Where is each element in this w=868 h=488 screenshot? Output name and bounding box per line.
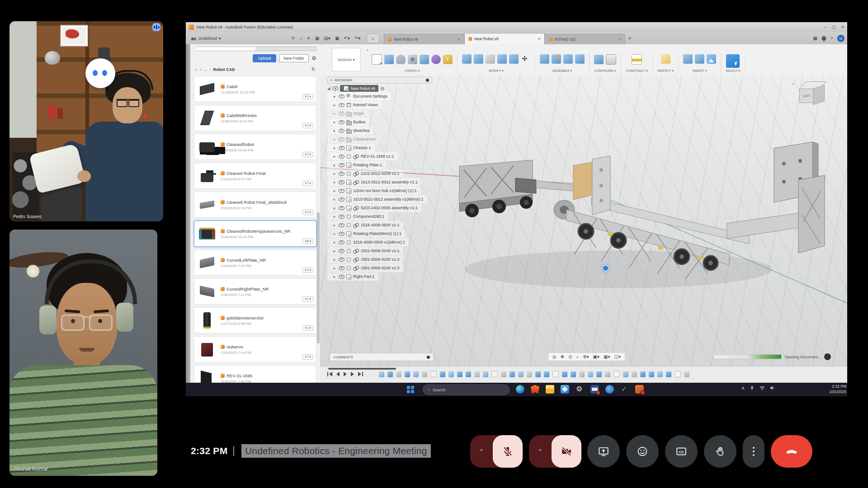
go-to-start-button[interactable]	[327, 372, 332, 376]
visibility-eye-icon[interactable]	[339, 146, 344, 150]
visibility-eye-icon[interactable]	[339, 163, 344, 167]
file-card[interactable]: redservo 1/26/2025 7:14 PM V1 ▾	[194, 336, 316, 362]
document-tab[interactable]: New Robot v9 ✕	[464, 33, 545, 44]
data-panel-tab[interactable]	[255, 47, 316, 51]
scrollbar[interactable]	[317, 212, 320, 343]
expand-arrow-icon[interactable]: ▸	[334, 112, 337, 116]
visibility-eye-icon[interactable]	[332, 86, 338, 90]
create-sketch-icon[interactable]	[372, 54, 382, 65]
timeline-feature-icon[interactable]	[457, 371, 462, 377]
raise-hand-button[interactable]	[704, 435, 736, 468]
browser-header[interactable]: « BROWSER	[327, 77, 432, 84]
file-card[interactable]: Cleaned Robot Final 2/13/2025 6:07 PM V7…	[194, 163, 316, 189]
grid-view-icon[interactable]: ▦	[315, 36, 319, 41]
timeline-feature-icon[interactable]	[544, 371, 549, 377]
expand-arrow-icon[interactable]: ▸	[334, 94, 337, 99]
timeline-feature-icon[interactable]	[396, 371, 401, 377]
timeline-feature-icon[interactable]	[684, 371, 689, 377]
timeline-feature-icon[interactable]	[632, 371, 637, 377]
redo-icon[interactable]: ↷▾	[354, 36, 360, 41]
browser-tree-item[interactable]: ▸ Bodies	[327, 118, 369, 126]
browser-tree-item[interactable]: ▸ Document Settings	[327, 92, 391, 100]
select-icon[interactable]	[726, 54, 740, 68]
taskbar-app-icon[interactable]	[516, 385, 524, 394]
file-card[interactable]: Cleaned Robot Final_slideblock 2/16/2025…	[194, 192, 316, 218]
expand-arrow-icon[interactable]: ▸	[334, 180, 337, 184]
revolve-icon[interactable]	[396, 55, 406, 64]
rigid-group-icon[interactable]	[563, 54, 573, 64]
version-dropdown[interactable]: V1 ▾	[302, 152, 313, 157]
visibility-eye-icon[interactable]	[339, 112, 344, 116]
tray-chevron-icon[interactable]: ∧	[741, 385, 745, 390]
ribbon-group-label[interactable]: SELECT ▾	[726, 69, 741, 74]
file-card[interactable]: gobildamotorwcolor 1/27/2025 6:56 PM V1 …	[194, 307, 316, 333]
tray-mic-icon[interactable]	[750, 385, 755, 390]
timeline-feature-icon[interactable]	[571, 371, 576, 377]
captions-button[interactable]: CC	[665, 435, 698, 468]
browser-tree-item[interactable]: ▸ Chassis 1	[327, 144, 375, 152]
undo-icon[interactable]: ↶▾	[344, 36, 349, 41]
file-card[interactable]: Calell 11/18/2024 10:22 PM V1 ▾	[194, 76, 316, 102]
expand-arrow-icon[interactable]: ▸	[334, 232, 337, 236]
taskbar-app-icon[interactable]	[531, 385, 539, 394]
timeline-feature-icon[interactable]	[562, 371, 567, 377]
visibility-eye-icon[interactable]	[339, 155, 344, 159]
browser-tree-item[interactable]: ▸ 1501-0006-0240 v1:3	[327, 264, 403, 272]
timeline-feature-icon[interactable]	[474, 371, 480, 377]
taskbar-app-icon[interactable]	[561, 385, 569, 394]
browser-tree-item[interactable]: ▸ Sketches	[327, 127, 373, 135]
ribbon-group-label[interactable]: MODIFY ▾	[489, 69, 504, 74]
browser-toggle-icon[interactable]	[426, 79, 429, 82]
view-cube[interactable]: ⌂ LEFT	[799, 81, 826, 108]
expand-arrow-icon[interactable]: ▸	[334, 163, 337, 167]
version-dropdown[interactable]: V1 ▾	[302, 267, 313, 273]
fit-icon[interactable]: ⊕▾	[583, 355, 589, 359]
close-tab-icon[interactable]: ✕	[538, 37, 541, 41]
close-tab-icon[interactable]: ✕	[618, 37, 621, 42]
wifi-icon[interactable]	[760, 385, 765, 390]
expand-arrow-icon[interactable]: ▸	[334, 197, 337, 202]
browser-tree-item[interactable]: ▸ Rotating Plate:1	[327, 161, 386, 169]
browser-tree-item[interactable]: ▸ 1613-0521-0012 assembly v1:1	[327, 178, 421, 186]
view-cube-side-face[interactable]	[813, 85, 825, 105]
timeline-feature-icon[interactable]	[666, 371, 671, 377]
document-tab[interactable]: INTAKE v22 ✕	[545, 34, 625, 44]
browser-tree-item[interactable]: ▸ Component290:1	[327, 212, 388, 221]
form-icon[interactable]	[431, 55, 441, 64]
upload-button[interactable]: Upload	[253, 54, 277, 62]
go-to-end-button[interactable]	[358, 372, 363, 376]
target-icon[interactable]: ◎	[380, 86, 384, 91]
measure-icon[interactable]	[661, 54, 670, 64]
viewport-canvas[interactable]: « BROWSER ◢ New Robot v9 ◎	[320, 75, 847, 366]
zoom-icon[interactable]: ⌕	[576, 355, 579, 359]
pan-icon[interactable]: ✥	[561, 355, 564, 359]
look-at-icon[interactable]: ⊙	[568, 355, 572, 359]
timeline-feature-icon[interactable]	[430, 371, 437, 377]
visibility-eye-icon[interactable]	[339, 129, 344, 133]
ribbon-group-label[interactable]: CONSTRUCT ▾	[626, 69, 648, 74]
browser-tree-item[interactable]: ▸ 5203-2402-0005 assembly v1:1	[327, 204, 421, 212]
version-dropdown[interactable]: V1 ▾	[302, 296, 313, 302]
visibility-eye-icon[interactable]	[339, 120, 344, 124]
fillet-icon[interactable]	[474, 54, 483, 64]
timeline-feature-icon[interactable]	[466, 371, 471, 377]
timeline-feature-icon[interactable]	[649, 371, 654, 377]
expand-arrow-icon[interactable]: ▸	[334, 103, 337, 107]
timeline-feature-icon[interactable]	[518, 371, 524, 377]
timeline-feature-icon[interactable]	[379, 371, 384, 377]
expand-arrow-icon[interactable]: ▸	[334, 120, 337, 124]
file-card[interactable]: REV-31-1595 11/6/2024 7:40 PM V1 ▾	[194, 365, 316, 383]
ribbon-group-label[interactable]: CONFIGURE ▾	[594, 69, 616, 74]
visibility-eye-icon[interactable]	[339, 94, 344, 99]
taskbar-app-icon[interactable]	[635, 385, 644, 394]
config-table-icon[interactable]	[606, 54, 616, 65]
sweep-icon[interactable]	[420, 55, 429, 64]
breadcrumb-ellipsis[interactable]: …	[203, 67, 207, 72]
close-search-icon[interactable]: ✕	[307, 36, 311, 41]
expand-arrow-icon[interactable]: ▸	[334, 172, 337, 176]
ribbon-tab[interactable]	[421, 48, 422, 50]
expand-arrow-icon[interactable]: ▸	[334, 249, 337, 253]
new-component-icon[interactable]	[540, 54, 549, 64]
step-back-button[interactable]	[336, 372, 340, 376]
breadcrumb-current[interactable]: Robot CAD	[213, 67, 235, 72]
